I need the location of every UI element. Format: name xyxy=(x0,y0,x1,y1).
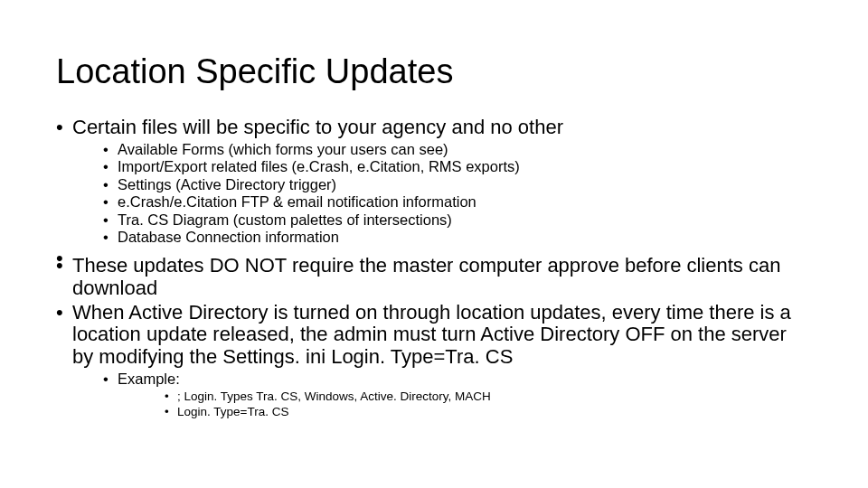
sub-bullet-item: Tra. CS Diagram (custom palettes of inte… xyxy=(103,211,812,229)
bullet-text: When Active Directory is turned on throu… xyxy=(72,301,791,368)
sub-bullet-item: e.Crash/e.Citation FTP & email notificat… xyxy=(103,193,812,211)
sub-bullet-text: Database Connection information xyxy=(118,229,339,245)
sub-sub-bullet-item: ; Login. Types Tra. CS, Windows, Active.… xyxy=(165,389,812,405)
sub-bullet-text: e.Crash/e.Citation FTP & email notificat… xyxy=(118,193,476,210)
sub-bullet-list: Example: ; Login. Types Tra. CS, Windows… xyxy=(72,371,812,420)
bullet-item: Certain files will be specific to your a… xyxy=(56,117,812,246)
sub-sub-bullet-item: Login. Type=Tra. CS xyxy=(165,405,812,420)
bullet-item: When Active Directory is turned on throu… xyxy=(56,302,812,420)
sub-bullet-text: Tra. CS Diagram (custom palettes of inte… xyxy=(118,211,452,228)
sub-bullet-item: Import/Export related files (e.Crash, e.… xyxy=(103,158,812,175)
sub-bullet-item: Available Forms (which forms your users … xyxy=(103,141,812,158)
bullet-list: Certain files will be specific to your a… xyxy=(56,117,812,420)
slide: Location Specific Updates Certain files … xyxy=(0,0,868,488)
bullet-text: Certain files will be specific to your a… xyxy=(72,116,563,138)
spacer xyxy=(56,248,812,253)
sub-bullet-item: Settings (Active Directory trigger) xyxy=(103,176,812,193)
sub-sub-bullet-text: ; Login. Types Tra. CS, Windows, Active.… xyxy=(177,389,491,403)
bullet-text: These updates DO NOT require the master … xyxy=(72,254,780,299)
sub-bullet-item: Database Connection information xyxy=(103,229,812,246)
sub-bullet-item: Example: ; Login. Types Tra. CS, Windows… xyxy=(103,371,812,420)
sub-sub-bullet-list: ; Login. Types Tra. CS, Windows, Active.… xyxy=(118,389,812,420)
page-title: Location Specific Updates xyxy=(56,52,812,91)
sub-sub-bullet-text: Login. Type=Tra. CS xyxy=(177,405,288,418)
sub-bullet-text: Import/Export related files (e.Crash, e.… xyxy=(118,158,520,174)
sub-bullet-text: Example: xyxy=(118,371,180,387)
bullet-item: These updates DO NOT require the master … xyxy=(56,255,812,299)
sub-bullet-text: Available Forms (which forms your users … xyxy=(118,141,448,157)
sub-bullet-list: Available Forms (which forms your users … xyxy=(72,141,812,247)
sub-bullet-text: Settings (Active Directory trigger) xyxy=(118,176,336,192)
